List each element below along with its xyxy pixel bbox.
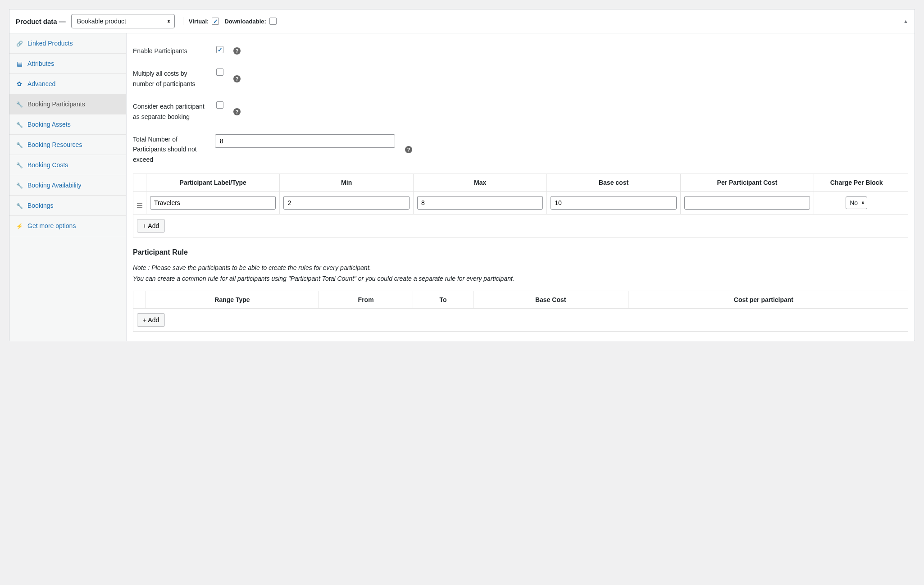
col-min: Min — [280, 174, 413, 192]
downloadable-checkbox[interactable] — [269, 18, 277, 25]
col-range-type: Range Type — [146, 291, 319, 308]
sidebar-item-label: Bookings — [27, 202, 54, 209]
sidebar-item-booking-assets[interactable]: Booking Assets — [9, 114, 126, 135]
wrench-icon — [16, 182, 23, 189]
note-line-1: Note : Please save the participants to b… — [133, 263, 908, 274]
wrench-icon — [16, 141, 23, 148]
product-type-select[interactable]: Bookable product ▲▼ — [71, 14, 175, 28]
sidebar-item-label: Linked Products — [27, 40, 73, 47]
col-to: To — [413, 291, 473, 308]
virtual-checkbox[interactable] — [212, 18, 219, 25]
sidebar-item-booking-resources[interactable]: Booking Resources — [9, 135, 126, 155]
sidebar-item-booking-costs[interactable]: Booking Costs — [9, 155, 126, 175]
participant-base-cost-input[interactable] — [551, 196, 676, 210]
side-tabs: Linked Products Attributes Advanced Book… — [9, 33, 127, 341]
panel-header: Product data — Bookable product ▲▼ Virtu… — [9, 9, 915, 33]
table-header-row: Participant Label/Type Min Max Base cost… — [133, 174, 908, 192]
help-icon[interactable]: ? — [405, 146, 412, 153]
enable-participants-row: Enable Participants ? — [133, 40, 908, 62]
sidebar-item-attributes[interactable]: Attributes — [9, 54, 126, 74]
sidebar-item-linked-products[interactable]: Linked Products — [9, 33, 126, 54]
drag-column-header — [133, 174, 146, 192]
participant-label-input[interactable] — [150, 196, 276, 210]
multiply-costs-checkbox[interactable] — [216, 69, 223, 76]
downloadable-field: Downloadable: — [224, 18, 276, 25]
sidebar-item-label: Attributes — [27, 60, 54, 67]
col-base-cost: Base cost — [547, 174, 680, 192]
panel-body: Linked Products Attributes Advanced Book… — [9, 33, 915, 341]
participant-rule-note: Note : Please save the participants to b… — [133, 263, 908, 284]
participant-rule-heading: Participant Rule — [133, 248, 908, 256]
wrench-icon — [16, 101, 23, 108]
table-add-row: + Add — [133, 215, 908, 238]
col-label: Participant Label/Type — [146, 174, 280, 192]
table-header-row: Range Type From To Base Cost Cost per pa… — [133, 291, 908, 308]
multiply-costs-label: Multiply all costs by number of particip… — [133, 69, 209, 89]
delete-cell — [899, 192, 908, 215]
charge-per-block-value: No — [850, 199, 858, 206]
separate-booking-label: Consider each participant as separate bo… — [133, 101, 209, 122]
add-rule-button[interactable]: + Add — [137, 313, 165, 327]
gear-icon — [16, 80, 23, 87]
drag-handle[interactable] — [133, 192, 146, 215]
sidebar-item-label: Get more options — [27, 222, 76, 229]
drag-column-header — [133, 291, 146, 308]
sidebar-item-label: Booking Participants — [27, 101, 85, 108]
participant-max-input[interactable] — [417, 196, 543, 210]
sidebar-item-label: Booking Resources — [27, 141, 82, 148]
participant-per-participant-cost-input[interactable] — [684, 196, 810, 210]
note-line-2: You can create a common rule for all par… — [133, 274, 908, 284]
max-participants-row: Total Number of Participants should not … — [133, 128, 908, 171]
col-charge-per-block: Charge Per Block — [814, 174, 899, 192]
participants-table: Participant Label/Type Min Max Base cost… — [133, 174, 908, 238]
col-rule-base-cost: Base Cost — [473, 291, 628, 308]
plug-icon — [16, 222, 23, 229]
sidebar-item-advanced[interactable]: Advanced — [9, 74, 126, 94]
virtual-field: Virtual: — [189, 18, 219, 25]
virtual-label: Virtual: — [189, 18, 209, 25]
wrench-icon — [16, 202, 23, 209]
sidebar-item-label: Booking Assets — [27, 121, 71, 128]
layout-icon — [16, 60, 23, 67]
delete-column-header — [899, 291, 908, 308]
sidebar-item-booking-participants[interactable]: Booking Participants — [9, 94, 126, 114]
downloadable-label: Downloadable: — [224, 18, 266, 25]
wrench-icon — [16, 161, 23, 169]
participant-min-input[interactable] — [283, 196, 409, 210]
sidebar-item-label: Booking Costs — [27, 161, 68, 169]
product-data-panel: Product data — Bookable product ▲▼ Virtu… — [9, 9, 915, 341]
col-cost-per-participant: Cost per participant — [628, 291, 899, 308]
enable-participants-label: Enable Participants — [133, 46, 209, 56]
add-participant-button[interactable]: + Add — [137, 219, 165, 233]
help-icon[interactable]: ? — [233, 75, 241, 82]
help-icon[interactable]: ? — [233, 108, 241, 115]
wrench-icon — [16, 121, 23, 128]
divider — [183, 17, 183, 25]
max-participants-input[interactable] — [215, 134, 395, 148]
multiply-costs-row: Multiply all costs by number of particip… — [133, 62, 908, 95]
delete-column-header — [899, 174, 908, 192]
col-max: Max — [413, 174, 546, 192]
sidebar-item-booking-availability[interactable]: Booking Availability — [9, 175, 126, 196]
help-icon[interactable]: ? — [233, 47, 241, 55]
sidebar-item-get-more-options[interactable]: Get more options — [9, 216, 126, 236]
link-icon — [16, 40, 23, 47]
sidebar-item-label: Advanced — [27, 80, 55, 87]
enable-participants-checkbox[interactable] — [216, 46, 223, 53]
panel-title: Product data — — [16, 18, 66, 25]
table-add-row: + Add — [133, 309, 908, 332]
tab-content: Enable Participants ? Multiply all costs… — [127, 33, 915, 341]
charge-per-block-select[interactable]: No ▲▼ — [846, 197, 867, 209]
participant-rule-table: Range Type From To Base Cost Cost per pa… — [133, 291, 908, 332]
sidebar-item-bookings[interactable]: Bookings — [9, 196, 126, 216]
separate-booking-row: Consider each participant as separate bo… — [133, 95, 908, 128]
max-participants-label: Total Number of Participants should not … — [133, 134, 209, 165]
sidebar-item-label: Booking Availability — [27, 182, 82, 189]
product-type-value: Bookable product — [77, 18, 126, 25]
collapse-toggle-icon[interactable]: ▲ — [903, 18, 908, 24]
col-per-participant-cost: Per Participant Cost — [680, 174, 814, 192]
separate-booking-checkbox[interactable] — [216, 101, 223, 109]
table-row: No ▲▼ — [133, 192, 908, 215]
hamburger-icon — [137, 203, 142, 208]
col-from: From — [319, 291, 413, 308]
